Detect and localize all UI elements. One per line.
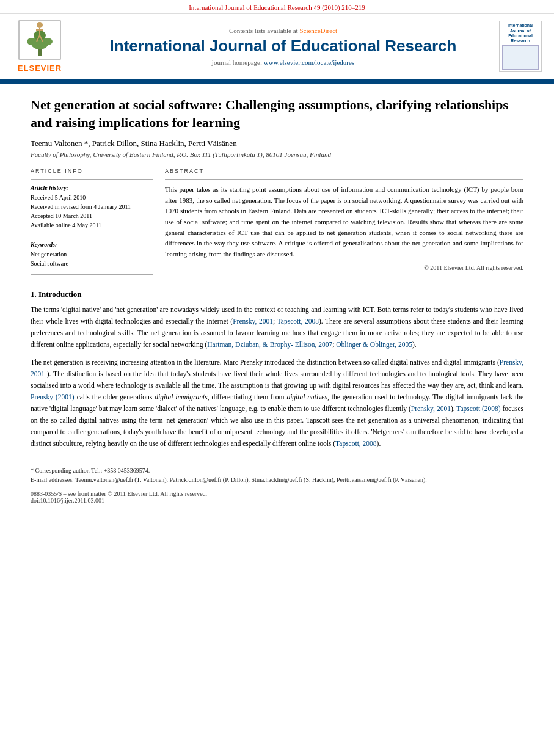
sciencedirect-info: Contents lists available at ScienceDirec… (73, 27, 493, 34)
corresponding-author-note: * Corresponding author. Tel.: +358 04533… (31, 466, 523, 475)
journal-cover-image (502, 45, 539, 70)
ref-prensky2001b[interactable]: Prensky, 2001 (31, 358, 523, 377)
keyword-1: Net generation (31, 250, 153, 259)
journal-reference-text: International Journal of Educational Res… (189, 4, 365, 11)
issn-line: 0883-0355/$ – see front matter © 2011 El… (31, 490, 523, 504)
keywords-label: Keywords: (31, 241, 153, 248)
keywords-section: Keywords: Net generation Social software (31, 241, 153, 268)
history-section: Article history: Received 5 April 2010 R… (31, 184, 153, 230)
section1-paragraph2: The net generation is receiving increasi… (31, 357, 523, 449)
info-abstract-cols: Article Info Article history: Received 5… (31, 168, 523, 280)
affiliation: Faculty of Philosophy, University of Eas… (31, 151, 523, 158)
main-content: Net generation at social software: Chall… (0, 84, 554, 516)
ref-oblinger[interactable]: Oblinger & Oblinger, 2005 (336, 341, 412, 348)
elsevier-logo: ELSEVIER (12, 20, 67, 73)
elsevier-brand-text: ELSEVIER (12, 64, 67, 73)
divider (31, 179, 153, 180)
history-label: Article history: (31, 184, 153, 191)
authors-line: Teemu Valtonen *, Patrick Dillon, Stina … (31, 139, 523, 148)
ref-tapscott2008[interactable]: Tapscott, 2008 (277, 318, 319, 325)
ref-hartman[interactable]: Hartman, Dziuban, & Brophy- Ellison, 200… (207, 341, 332, 348)
journal-name: International Journal of Educational Res… (73, 37, 493, 56)
abstract-label: Abstract (165, 168, 523, 174)
divider3 (31, 274, 153, 275)
abstract-section: Abstract This paper takes as its startin… (165, 168, 523, 280)
ref-prensky2001c[interactable]: Prensky (2001) (31, 393, 75, 401)
journal-homepage: journal homepage: www.elsevier.com/locat… (73, 59, 493, 66)
sciencedirect-link[interactable]: ScienceDirect (299, 27, 337, 34)
ref-prensky2001d[interactable]: Prensky, 2001 (411, 405, 451, 412)
article-title: Net generation at social software: Chall… (31, 96, 523, 131)
body-section-1: 1. Introduction The terms 'digital nativ… (31, 289, 523, 449)
article-info-label: Article Info (31, 168, 153, 174)
accepted-date: Accepted 10 March 2011 (31, 211, 153, 220)
svg-point-2 (27, 38, 37, 45)
copyright-line: © 2011 Elsevier Ltd. All rights reserved… (165, 264, 523, 271)
svg-point-3 (43, 38, 53, 45)
ref-tapscott2008c[interactable]: Tapscott, 2008 (335, 440, 377, 447)
journal-reference-bar: International Journal of Educational Res… (0, 0, 554, 14)
svg-point-5 (37, 22, 43, 28)
email-footnote: E-mail addresses: Teemu.valtonen@uef.fi … (31, 475, 523, 484)
divider2 (31, 236, 153, 236)
online-date: Available online 4 May 2011 (31, 220, 153, 230)
abstract-divider (165, 179, 523, 180)
journal-title-area: Contents lists available at ScienceDirec… (73, 27, 493, 65)
abstract-text: This paper takes as its starting point a… (165, 184, 523, 260)
revised-date: Received in revised form 4 January 2011 (31, 202, 153, 211)
received-date: Received 5 April 2010 (31, 193, 153, 202)
footnote-area: * Corresponding author. Tel.: +358 04533… (31, 462, 523, 504)
journal-thumbnail: International Journal of Educational Res… (499, 21, 542, 72)
section1-paragraph1: The terms 'digital native' and 'net gene… (31, 304, 523, 351)
keyword-2: Social software (31, 259, 153, 268)
section1-title: 1. Introduction (31, 289, 523, 299)
ref-tapscott2008b[interactable]: Tapscott (2008) (456, 405, 500, 412)
ref-prensky2001[interactable]: Prensky, 2001 (233, 318, 273, 325)
journal-header: ELSEVIER Contents lists available at Sci… (0, 14, 554, 81)
homepage-url[interactable]: www.elsevier.com/locate/ijedures (264, 59, 354, 66)
article-info-column: Article Info Article history: Received 5… (31, 168, 153, 280)
